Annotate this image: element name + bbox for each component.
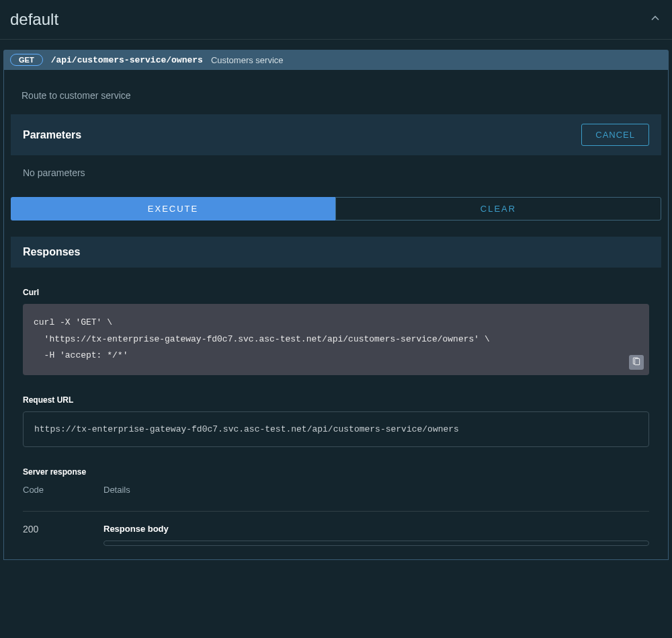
- curl-content: curl -X 'GET' \ 'https://tx-enterprise-g…: [34, 315, 638, 364]
- response-table-headers: Code Details: [23, 485, 649, 500]
- tag-title: default: [10, 10, 58, 29]
- endpoint-summary: Customers service: [211, 55, 284, 65]
- divider: [23, 511, 649, 512]
- responses-title: Responses: [23, 246, 80, 257]
- parameters-bar: Parameters CANCEL: [11, 114, 661, 155]
- response-body-block: [103, 541, 649, 546]
- request-url-label: Request URL: [23, 395, 649, 405]
- curl-block: curl -X 'GET' \ 'https://tx-enterprise-g…: [23, 304, 649, 375]
- response-row: 200 Response body: [23, 524, 649, 546]
- opblock-summary[interactable]: GET /api/customers-service/owners Custom…: [3, 50, 669, 70]
- curl-label: Curl: [23, 288, 649, 297]
- opblock: GET /api/customers-service/owners Custom…: [3, 50, 669, 560]
- no-parameters-text: No parameters: [4, 155, 668, 190]
- responses-bar: Responses: [11, 237, 661, 268]
- action-buttons: EXECUTE CLEAR: [11, 197, 661, 221]
- status-code: 200: [23, 524, 103, 546]
- clipboard-icon: [632, 357, 641, 368]
- response-details: Response body: [103, 524, 649, 546]
- endpoint-path: /api/customers-service/owners: [51, 55, 203, 65]
- svg-rect-0: [635, 358, 640, 364]
- parameters-title: Parameters: [23, 129, 81, 141]
- code-header: Code: [23, 485, 103, 495]
- endpoint-description: Route to customer service: [4, 70, 668, 114]
- tag-header[interactable]: default: [0, 0, 672, 40]
- http-method-badge: GET: [10, 54, 43, 66]
- request-url-block: https://tx-enterprise-gateway-fd0c7.svc.…: [23, 411, 649, 447]
- response-body-label: Response body: [103, 524, 649, 534]
- execute-button[interactable]: EXECUTE: [11, 197, 335, 221]
- server-response-label: Server response: [23, 467, 649, 477]
- cancel-button[interactable]: CANCEL: [581, 124, 649, 146]
- clear-button[interactable]: CLEAR: [335, 197, 661, 221]
- chevron-up-icon: [648, 11, 662, 28]
- opblock-body: Route to customer service Parameters CAN…: [3, 70, 669, 560]
- copy-button[interactable]: [629, 355, 644, 370]
- details-header: Details: [103, 485, 649, 495]
- request-url-content: https://tx-enterprise-gateway-fd0c7.svc.…: [34, 424, 638, 434]
